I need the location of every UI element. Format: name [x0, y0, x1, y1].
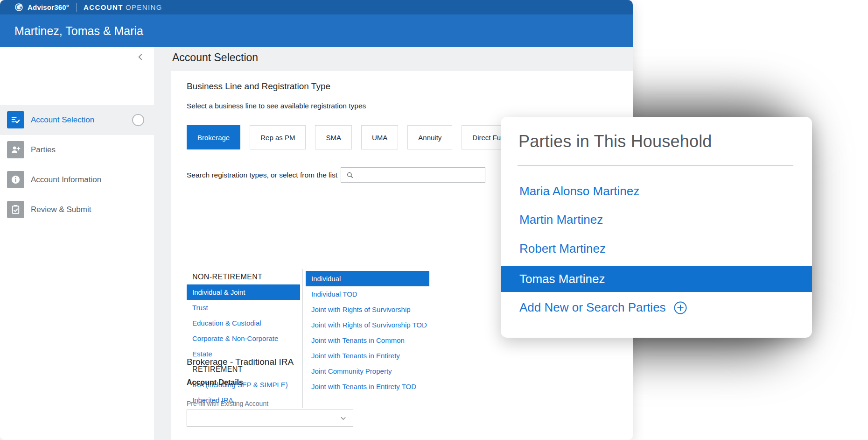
product-name-bold: ACCOUNT	[84, 3, 123, 11]
product-name: ACCOUNTOPENING	[84, 3, 162, 11]
regtype-individual[interactable]: Individual	[306, 271, 429, 286]
chevron-left-icon	[136, 52, 145, 62]
sidebar-item-account-information[interactable]: Account Information	[0, 165, 154, 195]
prefill-account-select[interactable]	[187, 410, 353, 426]
section-heading: Business Line and Registration Type	[187, 81, 330, 92]
add-new-or-search-parties-link[interactable]: Add New or Search Parties	[501, 295, 812, 320]
search-box	[341, 167, 485, 183]
brand-name: Advisor360°	[28, 3, 69, 11]
account-selection-icon	[7, 111, 24, 128]
household-name: Martinez, Tomas & Maria	[14, 24, 143, 38]
category-trust[interactable]: Trust	[187, 300, 300, 315]
popup-divider	[518, 165, 793, 166]
selected-account-heading: Brokerage - Traditional IRA	[187, 357, 294, 367]
top-bar: Advisor360° ACCOUNTOPENING	[0, 0, 633, 14]
section-subheading: Select a business line to see available …	[187, 102, 366, 110]
party-robert-martinez[interactable]: Robert Martinez	[501, 236, 812, 262]
registration-type-list: Individual Individual TOD Joint with Rig…	[306, 271, 429, 394]
sidebar: Account Selection Parties Acc	[0, 47, 154, 440]
product-name-light: OPENING	[126, 3, 162, 11]
sidebar-item-account-selection[interactable]: Account Selection	[0, 105, 154, 135]
info-icon	[7, 171, 24, 188]
business-line-brokerage[interactable]: Brokerage	[187, 125, 240, 149]
sidebar-item-label: Parties	[31, 135, 56, 165]
plus-circle-icon	[673, 301, 687, 315]
regtype-tenants-entirety-tod[interactable]: Joint with Tenants in Entirety TOD	[306, 379, 429, 394]
parties-popup-title: Parties in This Household	[518, 132, 712, 151]
chevron-down-icon	[339, 414, 347, 422]
party-maria-alonso-martinez[interactable]: Maria Alonso Martinez	[501, 178, 812, 204]
sidebar-item-label: Review & Submit	[31, 195, 91, 225]
business-line-rep-as-pm[interactable]: Rep as PM	[250, 125, 306, 149]
sidebar-item-label: Account Information	[31, 165, 101, 195]
business-line-annuity[interactable]: Annuity	[407, 125, 452, 149]
review-submit-icon	[7, 201, 24, 218]
regtype-jwros[interactable]: Joint with Rights of Survivorship	[306, 302, 429, 317]
category-list: NON-RETIREMENT Individual & Joint Trust …	[187, 269, 300, 408]
sidebar-item-label: Account Selection	[31, 105, 94, 135]
step-progress-radio	[132, 114, 144, 126]
category-group-header: NON-RETIREMENT	[187, 269, 300, 284]
party-tomas-martinez[interactable]: Tomas Martinez	[501, 266, 812, 292]
advisor360-logo-icon	[14, 2, 24, 12]
magnifier-icon	[346, 171, 354, 179]
collapse-sidebar-button[interactable]	[134, 51, 147, 63]
category-education-custodial[interactable]: Education & Custodial	[187, 315, 300, 331]
registration-search-input[interactable]	[358, 170, 485, 179]
list-divider	[302, 269, 303, 408]
sidebar-item-parties[interactable]: Parties	[0, 135, 154, 165]
regtype-community-property[interactable]: Joint Community Property	[306, 363, 429, 379]
business-line-buttons: Brokerage Rep as PM SMA UMA Annuity Dire…	[187, 125, 519, 149]
parties-popup: Parties in This Household Maria Alonso M…	[501, 117, 812, 338]
parties-icon	[7, 141, 24, 158]
account-details-heading: Account Details	[187, 378, 243, 387]
sidebar-item-review-submit[interactable]: Review & Submit	[0, 195, 154, 225]
topbar-divider	[76, 3, 77, 12]
add-parties-label: Add New or Search Parties	[519, 300, 666, 315]
household-bar: Martinez, Tomas & Maria	[0, 14, 633, 47]
regtype-tenants-entirety[interactable]: Joint with Tenants in Entirety	[306, 348, 429, 363]
regtype-individual-tod[interactable]: Individual TOD	[306, 286, 429, 302]
party-martin-martinez[interactable]: Martin Martinez	[501, 207, 812, 233]
search-label: Search registration types, or select fro…	[187, 171, 337, 179]
regtype-jwros-tod[interactable]: Joint with Rights of Survivorship TOD	[306, 317, 429, 333]
business-line-sma[interactable]: SMA	[315, 125, 352, 149]
regtype-tenants-common[interactable]: Joint with Tenants in Common	[306, 333, 429, 348]
category-corporate-non-corporate[interactable]: Corporate & Non-Corporate	[187, 331, 300, 346]
category-individual-joint[interactable]: Individual & Joint	[187, 284, 300, 300]
prefill-label: Pre-fill with Existing Account	[187, 400, 268, 407]
business-line-uma[interactable]: UMA	[361, 125, 398, 149]
page-title: Account Selection	[172, 51, 258, 64]
